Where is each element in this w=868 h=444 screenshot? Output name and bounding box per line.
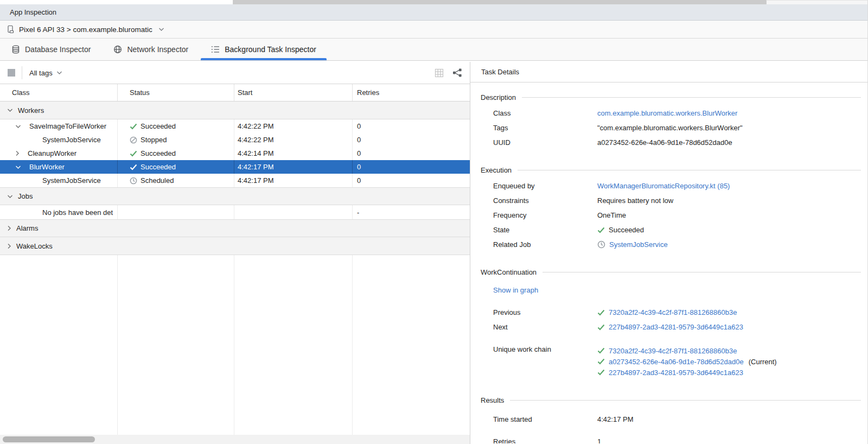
- group-row-jobs[interactable]: Jobs: [0, 187, 470, 205]
- worker-retries: 0: [353, 160, 470, 174]
- success-icon: [597, 358, 605, 365]
- chevron-right-icon[interactable]: [15, 150, 20, 156]
- detail-row-constraints: Constraints Requires battery not low: [481, 193, 861, 208]
- section-rule: [510, 400, 861, 401]
- database-icon: [11, 45, 20, 54]
- scheduled-clock-icon: [130, 177, 137, 185]
- table-row-saveimagetofileworker[interactable]: SaveImageToFileWorker Succeeded 4:42:22 …: [0, 119, 470, 133]
- detail-row-tags: Tags "com.example.bluromatic.workers.Blu…: [481, 120, 861, 135]
- next-work-link[interactable]: 227b4897-2ad3-4281-9579-3d6449c1a623: [609, 323, 743, 331]
- constraints-value: Requires battery not low: [597, 196, 673, 205]
- section-description: Description: [481, 93, 861, 102]
- worker-retries: 0: [353, 119, 470, 133]
- detail-row-class: Class com.example.bluromatic.workers.Blu…: [481, 106, 861, 120]
- enqueued-by-link[interactable]: WorkManagerBluromaticRepository.kt (85): [597, 182, 730, 190]
- worker-retries: 0: [353, 174, 470, 187]
- tab-label: Network Inspector: [127, 45, 188, 54]
- worker-status: Succeeded: [141, 149, 176, 157]
- task-details-title: Task Details: [481, 68, 519, 76]
- group-row-workers[interactable]: Workers: [0, 102, 470, 119]
- detail-row-retries: Retries 1: [481, 434, 861, 443]
- column-header-start[interactable]: Start: [234, 84, 353, 101]
- chevron-down-icon[interactable]: [7, 108, 13, 112]
- group-label: Workers: [18, 106, 44, 115]
- show-in-graph-link[interactable]: Show in graph: [493, 286, 538, 294]
- section-title: Execution: [481, 166, 512, 174]
- group-row-alarms[interactable]: Alarms: [0, 219, 470, 237]
- worker-start: 4:42:17 PM: [234, 174, 353, 187]
- detail-row-state: State Succeeded: [481, 223, 861, 237]
- state-value: Succeeded: [609, 226, 644, 234]
- section-workcontinuation: WorkContinuation: [481, 268, 861, 276]
- group-label: Alarms: [16, 224, 38, 232]
- class-link[interactable]: com.example.bluromatic.workers.BlurWorke…: [597, 109, 737, 117]
- detail-row-unique-work-chain: Unique work chain 7320a2f2-4c39-4c2f-87f…: [481, 345, 861, 378]
- retries-value: 1: [597, 437, 601, 443]
- table-row-blurworker-selected[interactable]: BlurWorker Succeeded 4:42:17 PM 0: [0, 160, 470, 174]
- globe-icon: [113, 45, 122, 54]
- main-split: All tags: [0, 62, 867, 444]
- worker-start: 4:42:22 PM: [234, 133, 353, 147]
- chevron-right-icon[interactable]: [7, 225, 11, 231]
- task-details-header: Task Details: [470, 62, 867, 83]
- stopped-icon: [130, 136, 137, 144]
- table-row-systemjobservice-scheduled[interactable]: SystemJobService Scheduled 4:42:17 PM 0: [0, 174, 470, 187]
- tab-database-inspector[interactable]: Database Inspector: [0, 39, 102, 60]
- column-header-retries[interactable]: Retries: [353, 84, 470, 101]
- previous-work-link[interactable]: 7320a2f2-4c39-4c2f-87f1-881268860b3e: [609, 308, 737, 316]
- chevron-right-icon[interactable]: [7, 243, 11, 249]
- table-body: Workers SaveImageToFileWorker Succeeded …: [0, 102, 470, 255]
- group-row-wakelocks[interactable]: WakeLocks: [0, 237, 470, 255]
- success-icon: [130, 164, 137, 170]
- graph-view-icon[interactable]: [452, 68, 462, 77]
- success-icon: [597, 369, 605, 376]
- horizontal-scrollbar[interactable]: [0, 435, 470, 444]
- chevron-down-icon: [56, 71, 62, 75]
- section-title: Results: [481, 396, 504, 404]
- table-view-icon[interactable]: [435, 68, 444, 78]
- frequency-value: OneTime: [597, 211, 626, 219]
- task-list-icon: [211, 46, 220, 53]
- table-row-cleanupworker[interactable]: CleanupWorker Succeeded 4:42:14 PM 0: [0, 147, 470, 160]
- section-rule: [518, 170, 861, 170]
- section-title: Description: [481, 93, 516, 102]
- section-title: WorkContinuation: [481, 268, 537, 276]
- tab-background-task-inspector[interactable]: Background Task Inspector: [200, 39, 328, 60]
- detail-row-next: Next 227b4897-2ad3-4281-9579-3d6449c1a62…: [481, 320, 861, 334]
- tasks-table-panel: All tags: [0, 62, 470, 444]
- tag-filter-dropdown[interactable]: All tags: [29, 69, 62, 77]
- top-strip-right-segment: [766, 0, 867, 4]
- table-toolbar: All tags: [0, 62, 470, 84]
- chevron-down-icon[interactable]: [7, 194, 13, 199]
- column-header-class[interactable]: Class: [0, 84, 118, 101]
- success-icon: [597, 309, 605, 316]
- stop-inspector-button[interactable]: [8, 69, 15, 77]
- chevron-down-icon[interactable]: [15, 124, 21, 129]
- tag-filter-label: All tags: [29, 69, 53, 77]
- success-icon: [597, 324, 605, 331]
- table-row-systemjobservice[interactable]: SystemJobService Stopped 4:42:22 PM 0: [0, 133, 470, 147]
- column-header-status[interactable]: Status: [118, 84, 234, 101]
- chevron-down-icon[interactable]: [15, 165, 21, 169]
- empty-message: No jobs have been det: [42, 208, 113, 217]
- chain-work-link-current[interactable]: a0273452-626e-4a06-9d1e-78d6d52dad0e: [609, 358, 744, 366]
- section-rule: [542, 272, 861, 272]
- tab-network-inspector[interactable]: Network Inspector: [102, 39, 200, 60]
- related-job-link[interactable]: SystemJobService: [609, 240, 668, 249]
- chain-work-link[interactable]: 227b4897-2ad3-4281-9579-3d6449c1a623: [609, 369, 743, 377]
- detail-row-frequency: Frequency OneTime: [481, 208, 861, 223]
- process-selector-bar[interactable]: Pixel 6 API 33 > com.example.bluromatic: [0, 21, 867, 39]
- worker-class: CleanupWorker: [28, 149, 76, 157]
- table-row-no-jobs: No jobs have been det -: [0, 205, 470, 219]
- worker-start: 4:42:22 PM: [234, 119, 353, 133]
- success-icon: [130, 123, 137, 130]
- worker-status: Scheduled: [141, 176, 174, 185]
- detail-row-previous: Previous 7320a2f2-4c39-4c2f-87f1-8812688…: [481, 305, 861, 320]
- inspector-tabs: Database Inspector Network Inspector Bac…: [0, 39, 867, 61]
- scrollbar-thumb[interactable]: [3, 436, 95, 442]
- device-icon: [7, 25, 15, 34]
- time-started-value: 4:42:17 PM: [597, 415, 634, 423]
- chain-work-link[interactable]: 7320a2f2-4c39-4c2f-87f1-881268860b3e: [609, 347, 737, 355]
- section-rule: [522, 97, 861, 98]
- detail-row-uuid: UUID a0273452-626e-4a06-9d1e-78d6d52dad0…: [481, 135, 861, 150]
